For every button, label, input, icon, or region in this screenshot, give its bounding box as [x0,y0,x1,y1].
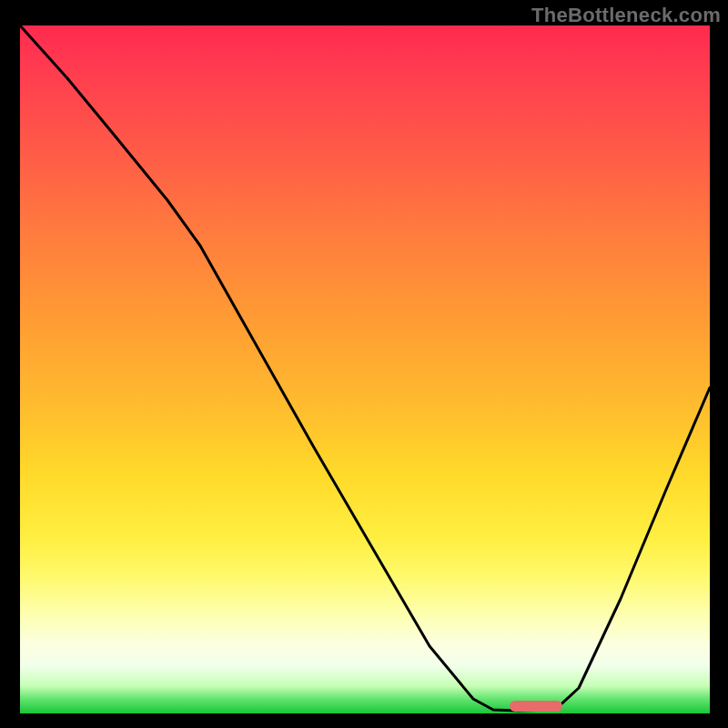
chart-canvas: TheBottleneck.com [0,0,728,728]
bottleneck-curve [20,25,710,713]
watermark-text: TheBottleneck.com [531,4,721,27]
optimal-marker [510,701,562,712]
curve-path [20,25,710,711]
plot-area [20,25,710,713]
